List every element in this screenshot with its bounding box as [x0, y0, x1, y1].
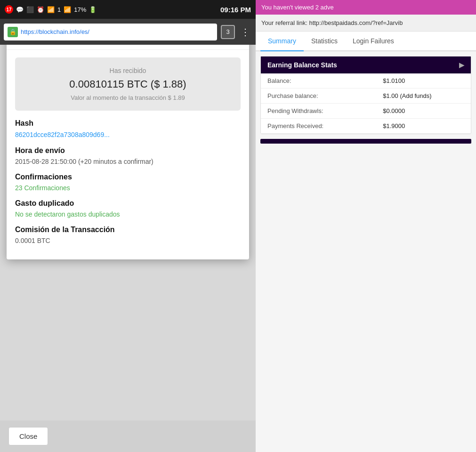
- earning-title: Earning Balance Stats: [267, 61, 337, 69]
- tab-count-badge[interactable]: 3: [221, 25, 235, 39]
- url-bar[interactable]: 🔒 https://blockchain.info/es/: [4, 24, 217, 40]
- earning-header: Earning Balance Stats ▶: [261, 56, 471, 73]
- earning-table: Balance: $1.0100 Purchase balance: $1.00…: [261, 73, 471, 134]
- browser-bar: 🔒 https://blockchain.info/es/ 3 ⋮: [0, 19, 256, 45]
- signal-icon: 📶: [64, 6, 71, 13]
- duplicate-section: Gasto duplicado No se detectaron gastos …: [15, 199, 241, 218]
- table-row: Pending Withdrawls: $0.0000: [261, 104, 471, 119]
- time-value: 2015-08-28 21:50:00 (+20 minutos a confi…: [15, 158, 241, 165]
- browser-menu-button[interactable]: ⋮: [239, 24, 252, 40]
- amount-usd: Valor al momento de la transacción $ 1.8…: [23, 94, 233, 101]
- referral-bar: Your referral link: http://bestpaidads.c…: [256, 15, 476, 32]
- duplicate-value: No se detectaron gastos duplicados: [15, 210, 241, 218]
- wifi-icon: 📶: [47, 6, 55, 13]
- hash-value[interactable]: 86201dcce82f2a7308a809d69...: [15, 131, 110, 138]
- pending-value: $0.0000: [376, 104, 471, 119]
- balance-label: Balance:: [261, 73, 376, 89]
- modal-footer: Close: [0, 420, 256, 452]
- amount-box: Has recibido 0.00810115 BTC ($ 1.88) Val…: [15, 57, 241, 111]
- whatsapp-icon: 💬: [16, 6, 24, 13]
- clock: 09:16 PM: [220, 6, 251, 14]
- purchase-label: Purchase balance:: [261, 89, 376, 104]
- payments-value: $1.9000: [376, 119, 471, 134]
- alarm-icon: ⏰: [37, 6, 44, 13]
- balance-value: $1.0100: [376, 73, 471, 89]
- table-row: Balance: $1.0100: [261, 73, 471, 89]
- confirmations-section: Confirmaciones 23 Confirmaciones: [15, 173, 241, 192]
- battery-text: 17%: [74, 6, 86, 13]
- ssl-lock-icon: 🔒: [8, 27, 18, 37]
- hash-label: Hash: [15, 119, 241, 128]
- fee-value: 0.0001 BTC: [15, 237, 241, 244]
- dark-bar: [260, 139, 471, 144]
- tab-statistics[interactable]: Statistics: [304, 32, 345, 51]
- sim-icon: 1: [57, 6, 61, 13]
- fee-section: Comisión de la Transacción 0.0001 BTC: [15, 226, 241, 244]
- payments-label: Payments Received:: [261, 119, 376, 134]
- pending-label: Pending Withdrawls:: [261, 104, 376, 119]
- earning-section: Earning Balance Stats ▶ Balance: $1.0100…: [260, 56, 471, 134]
- tab-login-failures[interactable]: Login Failures: [345, 32, 402, 51]
- tab-summary[interactable]: Summary: [260, 32, 304, 51]
- table-row: Purchase balance: $1.00 (Add funds): [261, 89, 471, 104]
- purchase-value: $1.00 (Add funds): [376, 89, 471, 104]
- time-section: Hora de envío 2015-08-28 21:50:00 (+20 m…: [15, 146, 241, 165]
- amount-label: Has recibido: [23, 67, 233, 74]
- close-button[interactable]: Close: [8, 427, 48, 445]
- hash-section: Hash 86201dcce82f2a7308a809d69...: [15, 119, 241, 139]
- status-left: 17 💬 ⬛ ⏰ 📶 1 📶 17% 🔋: [5, 5, 97, 14]
- modal-body: Has recibido 0.00810115 BTC ($ 1.88) Val…: [7, 50, 249, 259]
- notification-badge: 17: [5, 5, 13, 14]
- time-label: Hora de envío: [15, 146, 241, 155]
- fee-label: Comisión de la Transacción: [15, 226, 241, 234]
- confirmations-label: Confirmaciones: [15, 173, 241, 181]
- url-text[interactable]: https://blockchain.info/es/: [21, 28, 89, 35]
- amount-value: 0.00810115 BTC ($ 1.88): [23, 78, 233, 90]
- bbm-icon: ⬛: [26, 6, 34, 13]
- tabs-bar: Summary Statistics Login Failures: [256, 32, 476, 51]
- right-panel: You haven't viewed 2 adve Your referral …: [256, 0, 476, 452]
- duplicate-label: Gasto duplicado: [15, 199, 241, 208]
- table-row: Payments Received: $1.9000: [261, 119, 471, 134]
- status-bar: 17 💬 ⬛ ⏰ 📶 1 📶 17% 🔋 09:16 PM: [0, 0, 256, 19]
- confirmations-value: 23 Confirmaciones: [15, 184, 241, 192]
- promo-banner: You haven't viewed 2 adve: [256, 0, 476, 15]
- earning-header-icon: ▶: [459, 61, 464, 69]
- battery-icon: 🔋: [89, 6, 97, 13]
- transaction-summary-modal: Transaction Summary × Has recibido 0.008…: [7, 24, 249, 259]
